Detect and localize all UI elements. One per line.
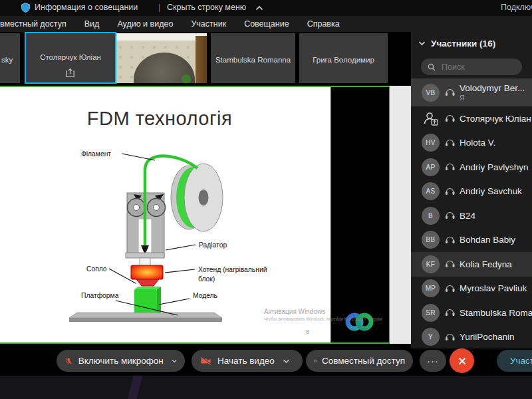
share-screen-label: Совместный доступ — [322, 356, 405, 366]
participants-search[interactable] — [421, 59, 522, 75]
thumbnail-name: sky — [1, 56, 20, 64]
participant-name: Bohdan Babiy — [460, 235, 515, 245]
meeting-header-bar: Информация о совещании | Скрыть строку м… — [0, 0, 532, 16]
video-filmstrip: sky Столярчук Юліан Stambulska Romanna Г… — [0, 32, 388, 84]
hide-menu-button[interactable]: Скрыть строку меню — [167, 3, 246, 12]
headset-icon — [446, 164, 454, 170]
participants-title: Участники (16) — [431, 39, 495, 49]
participant-row[interactable]: MP Myroslav Pavliuk — [411, 277, 532, 301]
participant-name: Andriy Pavlyshyn — [460, 162, 529, 172]
menu-item-participant[interactable]: Участник — [191, 19, 226, 29]
chevron-up-icon[interactable] — [255, 5, 263, 11]
participant-row[interactable]: Столярчук Юліан — [411, 106, 532, 131]
participants-toggle-label: Участн — [510, 356, 532, 366]
participant-video — [116, 33, 207, 83]
participant-name: Andriy Savchuk — [460, 186, 522, 196]
more-options-button[interactable]: ··· — [420, 350, 446, 372]
avatar: AP — [422, 158, 440, 176]
participant-name: YuriiPochanin — [460, 332, 515, 342]
participant-name: Volodymyr Ber... — [460, 83, 525, 93]
avatar: MP — [422, 279, 440, 297]
menu-item-help[interactable]: Справка — [307, 19, 340, 29]
headset-icon — [446, 115, 454, 122]
watermark-line1: Активация Windows — [264, 308, 404, 317]
video-thumbnail[interactable]: Stambulska Romanna — [211, 33, 295, 83]
shared-screen-margin — [390, 86, 411, 344]
video-options-chevron-icon[interactable] — [283, 358, 290, 364]
start-video-label: Начать видео — [217, 356, 275, 366]
menu-item-shared-access[interactable]: вместный доступ — [0, 19, 66, 29]
participant-row[interactable]: SR Stambulska Romanna — [411, 301, 532, 325]
thumbnail-name: Грига Володимир — [299, 56, 388, 64]
participant-me-label: Я — [460, 94, 525, 102]
video-thumbnail-camera-feed[interactable] — [116, 33, 207, 83]
share-screen-button[interactable]: Совместный доступ — [306, 350, 413, 372]
headset-icon — [446, 261, 454, 267]
headset-icon — [446, 140, 454, 146]
shared-screen-region: FDM технологія — [0, 86, 390, 344]
label-hotend-line2: блок) — [198, 275, 215, 283]
search-icon — [428, 63, 436, 71]
participants-panel: Участники (16) VB Volodymyr Ber... Я — [411, 32, 532, 348]
menu-bar: вместный доступ Вид Аудио и видео Участн… — [0, 16, 532, 32]
avatar: VB — [422, 84, 440, 102]
video-thumbnail[interactable]: Грига Володимир — [299, 33, 388, 83]
participant-row[interactable]: HV Holota V. — [411, 131, 532, 156]
video-thumbnail-partial[interactable]: sky — [0, 33, 20, 83]
unmute-button[interactable]: Включить микрофон — [57, 350, 185, 372]
label-nozzle: Сопло — [86, 265, 107, 273]
participant-row[interactable]: BB Bohdan Babiy — [411, 228, 532, 253]
label-model: Модель — [193, 292, 217, 299]
participant-row[interactable]: KF Kolia Fedyna — [411, 252, 532, 277]
participants-toggle-button[interactable]: Участн — [497, 350, 532, 372]
participants-panel-header[interactable]: Участники (16) — [411, 32, 532, 55]
mic-options-chevron-icon[interactable] — [172, 358, 177, 364]
menu-item-audio-video[interactable]: Аудио и видео — [117, 19, 173, 29]
watermark-line2: Чтобы активировать Windows, перейдите в … — [264, 317, 404, 322]
participant-row[interactable]: VB Volodymyr Ber... Я — [411, 78, 532, 106]
participant-row[interactable]: AS Andriy Savchuk — [411, 180, 532, 204]
participant-name: Stambulska Romanna — [460, 308, 532, 318]
share-icon — [314, 356, 317, 366]
windows-activation-watermark: Активация Windows Чтобы активировать Win… — [264, 308, 404, 322]
letterbox-strip — [331, 87, 389, 342]
meeting-info-button[interactable]: Информация о совещании — [35, 3, 138, 12]
video-thumbnail-active-presenter[interactable]: Столярчук Юліан — [25, 32, 116, 84]
label-hotend-line1: Хотенд (нагрівальний — [198, 266, 267, 273]
join-button[interactable]: Подключ — [501, 3, 532, 12]
participant-row[interactable]: AP Andriy Pavlyshyn — [411, 155, 532, 180]
headset-icon — [446, 237, 454, 243]
thumbnail-name: Stambulska Romanna — [211, 56, 295, 64]
wallpaper-sliver — [128, 376, 143, 399]
wood-frame — [196, 36, 207, 83]
presenter-share-icon — [422, 110, 440, 128]
participant-name: Myroslav Pavliuk — [460, 283, 527, 293]
participant-row[interactable]: Y YuriiPochanin — [411, 325, 532, 350]
participant-row[interactable]: B B24 — [411, 203, 532, 228]
participants-list: VB Volodymyr Ber... Я Столярчук Юліан HV… — [411, 78, 532, 349]
sharing-indicator-icon — [65, 68, 75, 78]
menu-item-view[interactable]: Вид — [84, 19, 100, 29]
participant-name: Kolia Fedyna — [460, 259, 512, 269]
headset-icon — [446, 89, 454, 96]
headset-icon — [446, 334, 454, 340]
slide-page-number: 8 — [306, 329, 309, 335]
menu-item-meeting[interactable]: Совещание — [244, 19, 289, 29]
avatar: KF — [422, 255, 440, 273]
avatar: AS — [422, 182, 440, 200]
label-filament: Філамент — [81, 150, 111, 158]
headset-icon — [446, 188, 454, 195]
participant-name: Столярчук Юліан — [460, 114, 531, 124]
camera-off-icon — [200, 356, 212, 366]
participant-name: Holota V. — [460, 138, 495, 148]
end-call-button[interactable] — [450, 348, 474, 373]
start-video-button[interactable]: Начать видео — [192, 350, 303, 372]
more-options-label: ··· — [427, 355, 439, 366]
label-platform: Платформа — [81, 292, 119, 299]
headset-icon — [446, 309, 454, 316]
avatar: SR — [422, 304, 440, 322]
presentation-slide: FDM технологія — [0, 87, 331, 342]
search-input[interactable] — [440, 62, 516, 72]
chevron-down-icon[interactable] — [418, 41, 426, 46]
header-divider: | — [158, 3, 160, 12]
